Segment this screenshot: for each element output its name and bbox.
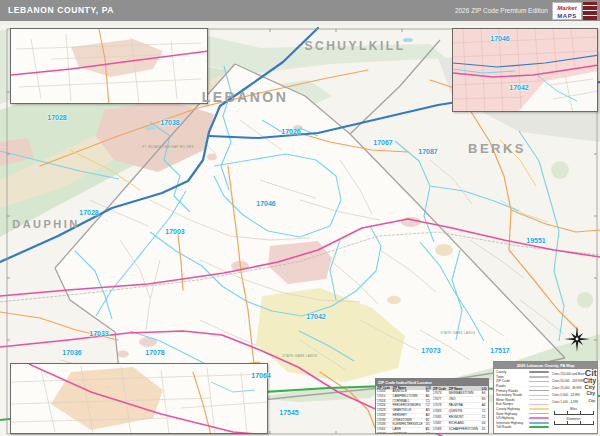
- table-row: 17042LEBANONC4: [376, 432, 432, 434]
- map-title: LEBANON COUNTY, PA: [8, 0, 114, 21]
- legend-city-item: Cities 25,000 - 49,999City: [552, 384, 595, 391]
- legend-city-item: Cities 5,000 - 24,999City: [552, 391, 595, 398]
- scale-bar-miles: Miles: [552, 407, 595, 415]
- title-bar: LEBANON COUNTY, PA 2026 ZIP Code Premium…: [0, 0, 600, 21]
- scale-bar-kilometers: Kilometers: [552, 417, 595, 425]
- logo-wordmark: Market MAPS: [552, 2, 582, 20]
- legend-title: 2026 Lebanon County, PA Map: [494, 362, 597, 369]
- legend-item-toll-roads: Toll Roads: [496, 425, 552, 430]
- legend-city-item: Cities 250,000 and MoreCity: [552, 370, 595, 377]
- zip-table-column: ZIP CodeZIP NameL/G17003ANNVILLEB417010C…: [376, 386, 432, 434]
- marketmaps-logo: Market MAPS: [552, 2, 598, 20]
- zip-index-table: ZIP Code Index/Grid Locator ZIP CodeZIP …: [375, 378, 489, 434]
- inset-map-lebanon-city: [452, 28, 598, 112]
- legend-city-item: Cities 50,000 - 249,999City: [552, 377, 595, 384]
- legend-line-items: CountyTownZIP CodeRoadsPrimary RoadsSeco…: [496, 370, 552, 430]
- logo-badge: [583, 2, 597, 20]
- map-poster: LEBANON COUNTY, PA 2026 ZIP Code Premium…: [0, 0, 600, 436]
- map-canvas[interactable]: FT INDIANTOWN GAP MIL RESSTATE GAME LAND…: [0, 0, 600, 436]
- zip-table-title: ZIP Code Index/Grid Locator: [376, 379, 488, 386]
- legend-city-items: Cities 250,000 and MoreCityCities 50,000…: [552, 370, 595, 430]
- inset-map-palmyra: [10, 363, 268, 434]
- map-legend: 2026 Lebanon County, PA Map CountyTownZI…: [493, 361, 598, 434]
- zip-table-column: ZIP CodeZIP NameL/G17073NEWMANSTOWNE4170…: [432, 386, 488, 434]
- inset-map-northwest: [10, 28, 208, 104]
- table-row: 17517DENVERE5: [432, 433, 488, 434]
- legend-city-item: Cities 1,000 - 4,999City: [552, 398, 595, 405]
- edition-label: 2026 ZIP Code Premium Edition: [455, 0, 548, 21]
